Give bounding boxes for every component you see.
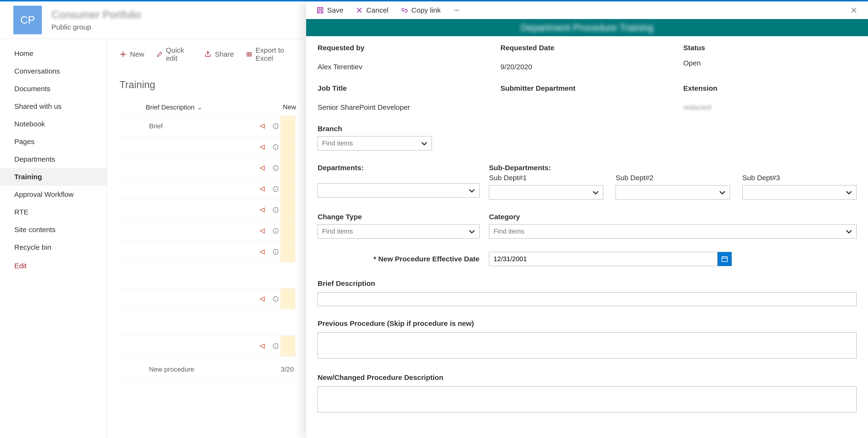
info-icon <box>272 249 279 255</box>
info-icon <box>272 144 279 151</box>
nav-documents[interactable]: Documents <box>0 80 107 98</box>
branch-input[interactable] <box>322 139 427 147</box>
chevron-down-icon <box>468 227 476 236</box>
subdept2-input[interactable] <box>620 189 725 196</box>
date-picker-button[interactable] <box>717 252 732 266</box>
close-icon <box>850 7 858 14</box>
chevron-down-icon <box>468 186 476 194</box>
label-new-desc: New/Changed Procedure Description <box>318 374 857 382</box>
share-icon <box>259 343 266 349</box>
share-icon <box>259 165 266 171</box>
label-subdepartments: Sub-Departments: <box>489 164 857 172</box>
info-icon <box>272 186 279 192</box>
toolbar-quickedit[interactable]: Quick edit <box>157 46 192 62</box>
label-requested-by: Requested by <box>318 44 491 52</box>
toolbar-share[interactable]: Share <box>204 50 234 58</box>
value-status: Open <box>683 59 857 67</box>
list-row[interactable] <box>120 220 295 241</box>
prev-procedure-input[interactable] <box>318 332 857 358</box>
share-icon <box>259 207 266 213</box>
list-row[interactable] <box>120 157 295 178</box>
list-row[interactable] <box>120 241 295 262</box>
nav-approval[interactable]: Approval Workflow <box>0 186 107 203</box>
more-button[interactable] <box>453 7 460 14</box>
cancel-button[interactable]: Cancel <box>356 6 388 14</box>
label-departments: Departments: <box>318 164 479 172</box>
pencil-icon <box>157 51 163 58</box>
list-title: Training <box>120 79 295 90</box>
site-subtitle: Public group <box>52 23 141 31</box>
list-row[interactable] <box>120 136 295 157</box>
save-icon <box>317 7 324 14</box>
info-icon <box>272 227 279 234</box>
list-row[interactable] <box>120 199 295 220</box>
nav-home[interactable]: Home <box>0 45 107 62</box>
subdept3-input[interactable] <box>747 189 852 196</box>
site-header: CP Consumer Portfolio Public group <box>0 1 305 38</box>
subdept1-input[interactable] <box>494 189 599 196</box>
chevron-down-icon <box>592 188 600 196</box>
label-category: Category <box>489 213 857 221</box>
branch-combo[interactable] <box>318 136 432 151</box>
svg-rect-10 <box>318 8 323 13</box>
change-type-input[interactable] <box>322 227 475 235</box>
nav-training[interactable]: Training <box>0 168 107 186</box>
close-panel-button[interactable] <box>850 7 858 14</box>
panel-banner: Department Procedure Training <box>306 19 868 36</box>
svg-rect-14 <box>722 257 727 262</box>
nav-rte[interactable]: RTE <box>0 203 107 221</box>
svg-point-12 <box>456 10 457 11</box>
list-row[interactable] <box>120 178 295 199</box>
share-icon <box>259 186 266 192</box>
site-avatar: CP <box>13 6 42 34</box>
brief-desc-input[interactable] <box>318 292 857 306</box>
nav-conversations[interactable]: Conversations <box>0 62 107 80</box>
category-combo[interactable] <box>489 224 857 239</box>
list-row[interactable] <box>120 335 295 356</box>
list-row[interactable] <box>120 262 295 288</box>
label-status: Status <box>683 44 857 52</box>
list-row[interactable]: Brief <box>120 116 295 136</box>
departments-input[interactable] <box>322 187 475 194</box>
nav-pages[interactable]: Pages <box>0 133 107 151</box>
copylink-button[interactable]: Copy link <box>401 6 441 14</box>
subdept1-combo[interactable] <box>489 185 603 199</box>
nav-shared[interactable]: Shared with us <box>0 98 107 115</box>
info-icon <box>272 296 279 302</box>
label-branch: Branch <box>318 125 857 133</box>
departments-combo[interactable] <box>318 183 479 197</box>
nav-edit[interactable]: Edit <box>0 257 107 275</box>
col-brief[interactable]: Brief Description⌄ New <box>120 101 295 116</box>
toolbar-export[interactable]: Export to Excel <box>246 46 295 62</box>
more-icon <box>453 7 460 14</box>
chevron-down-icon <box>845 227 853 236</box>
subdept3-combo[interactable] <box>742 185 857 199</box>
chevron-down-icon <box>845 188 853 196</box>
effective-date-input[interactable] <box>489 252 717 266</box>
excel-icon <box>246 51 252 58</box>
nav-recycle[interactable]: Recycle bin <box>0 239 107 256</box>
change-type-combo[interactable] <box>318 224 479 239</box>
nav-departments[interactable]: Departments <box>0 151 107 168</box>
svg-point-13 <box>458 10 459 11</box>
share-icon <box>259 144 266 151</box>
link-icon <box>401 7 408 14</box>
label-subdept1: Sub Dept#1 <box>489 174 603 182</box>
list-row[interactable] <box>120 309 295 335</box>
category-input[interactable] <box>494 227 852 235</box>
nav-notebook[interactable]: Notebook <box>0 115 107 133</box>
save-button[interactable]: Save <box>317 6 343 14</box>
edit-panel: Save Cancel Copy link Department Procedu… <box>306 1 868 438</box>
list-row[interactable]: New procedure3/20 <box>120 356 295 382</box>
label-brief-desc: Brief Description <box>318 279 857 287</box>
label-subdept2: Sub Dept#2 <box>616 174 730 182</box>
nav-sitecontents[interactable]: Site contents <box>0 221 107 239</box>
subdept2-combo[interactable] <box>616 185 730 199</box>
new-desc-input[interactable] <box>318 386 857 412</box>
value-requested-date: 9/20/2020 <box>500 63 674 71</box>
list-row[interactable] <box>120 288 295 309</box>
label-job-title: Job Title <box>318 84 491 92</box>
plus-icon <box>120 51 127 58</box>
toolbar-new[interactable]: New <box>120 50 144 58</box>
info-icon <box>272 165 279 171</box>
